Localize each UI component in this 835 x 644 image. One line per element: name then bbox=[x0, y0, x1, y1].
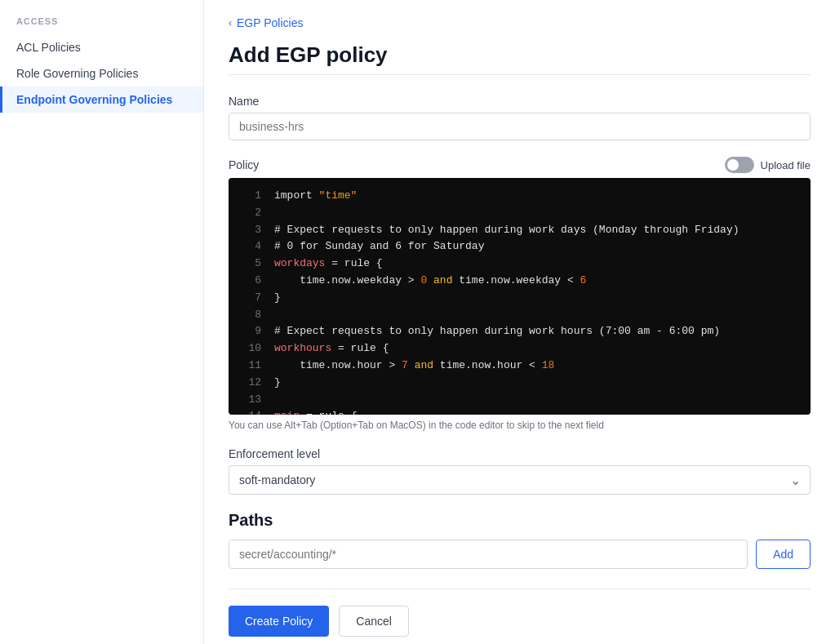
cancel-button[interactable]: Cancel bbox=[339, 606, 409, 637]
breadcrumb-label: EGP Policies bbox=[237, 16, 303, 29]
code-line-5: 5 workdays = rule { bbox=[229, 255, 811, 273]
code-line-11: 11 time.now.hour > 7 and time.now.hour <… bbox=[229, 358, 811, 375]
add-path-button[interactable]: Add bbox=[756, 540, 811, 569]
paths-input[interactable] bbox=[229, 540, 748, 569]
sidebar: ACCESS ACL Policies Role Governing Polic… bbox=[0, 0, 204, 644]
code-line-8: 8 bbox=[229, 307, 811, 324]
sidebar-item-acl-policies[interactable]: ACL Policies bbox=[0, 34, 203, 60]
breadcrumb[interactable]: ‹ EGP Policies bbox=[229, 16, 811, 29]
sidebar-item-endpoint-governing-policies[interactable]: Endpoint Governing Policies bbox=[0, 87, 203, 113]
paths-title: Paths bbox=[229, 511, 811, 530]
code-line-14: 14 main = rule { bbox=[229, 408, 811, 415]
code-line-13: 13 bbox=[229, 392, 811, 409]
upload-file-label: Upload file bbox=[761, 159, 811, 171]
paths-section: Paths Add bbox=[229, 511, 811, 569]
create-policy-button[interactable]: Create Policy bbox=[229, 606, 329, 637]
name-field-group: Name bbox=[229, 95, 811, 140]
page-title: Add EGP policy bbox=[229, 42, 811, 68]
enforcement-level-group: Enforcement level soft-mandatory hard-ma… bbox=[229, 447, 811, 495]
main-content: ‹ EGP Policies Add EGP policy Name Polic… bbox=[204, 0, 835, 644]
page-title-divider bbox=[229, 74, 811, 75]
chevron-left-icon: ‹ bbox=[229, 17, 232, 29]
policy-label: Policy bbox=[229, 158, 259, 171]
enforcement-select-wrapper: soft-mandatory hard-mandatory advisory ⌄ bbox=[229, 465, 811, 495]
upload-file-toggle-area: Upload file bbox=[725, 157, 811, 173]
sidebar-section-label: ACCESS bbox=[0, 16, 203, 34]
toggle-slider bbox=[725, 157, 754, 173]
name-input[interactable] bbox=[229, 113, 811, 140]
code-line-4: 4 # 0 for Sunday and 6 for Saturday bbox=[229, 238, 811, 255]
code-line-6: 6 time.now.weekday > 0 and time.now.week… bbox=[229, 273, 811, 290]
code-line-10: 10 workhours = rule { bbox=[229, 340, 811, 358]
upload-file-toggle[interactable] bbox=[725, 157, 754, 173]
code-line-7: 7 } bbox=[229, 290, 811, 307]
paths-input-row: Add bbox=[229, 540, 811, 569]
sidebar-item-role-governing-policies[interactable]: Role Governing Policies bbox=[0, 60, 203, 87]
code-line-12: 12 } bbox=[229, 375, 811, 392]
code-line-3: 3 # Expect requests to only happen durin… bbox=[229, 222, 811, 239]
enforcement-label: Enforcement level bbox=[229, 447, 811, 460]
policy-field-group: Policy Upload file 1 import "time" 2 3 bbox=[229, 157, 811, 431]
policy-header: Policy Upload file bbox=[229, 157, 811, 173]
footer-actions: Create Policy Cancel bbox=[229, 588, 811, 637]
name-label: Name bbox=[229, 95, 811, 108]
code-editor[interactable]: 1 import "time" 2 3 # Expect requests to… bbox=[229, 178, 811, 415]
code-line-1: 1 import "time" bbox=[229, 188, 811, 205]
enforcement-select[interactable]: soft-mandatory hard-mandatory advisory bbox=[229, 465, 811, 495]
code-hint: You can use Alt+Tab (Option+Tab on MacOS… bbox=[229, 420, 811, 431]
code-line-2: 2 bbox=[229, 205, 811, 222]
code-line-9: 9 # Expect requests to only happen durin… bbox=[229, 323, 811, 340]
